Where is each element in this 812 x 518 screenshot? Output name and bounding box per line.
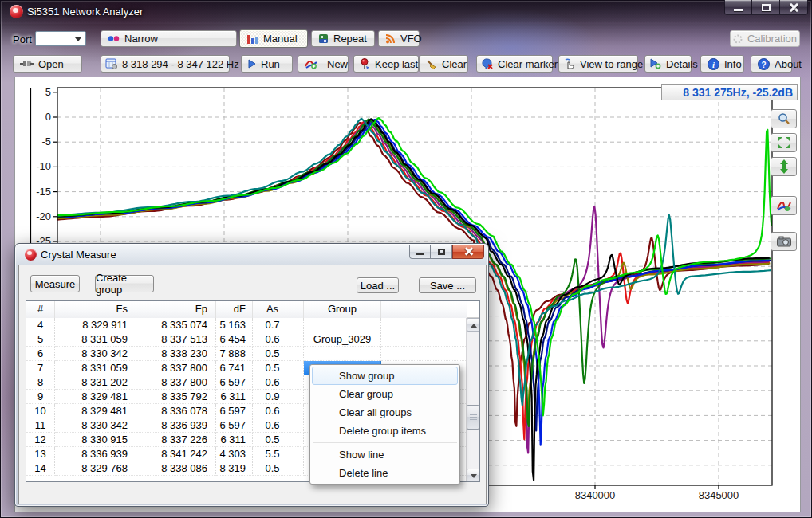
table-cell[interactable]: 4 303 bbox=[216, 447, 253, 461]
scroll-down-button[interactable] bbox=[467, 469, 480, 482]
menu-item-delete-line[interactable]: Delete line bbox=[312, 464, 458, 482]
run-button[interactable]: Run bbox=[241, 55, 293, 73]
table-cell[interactable]: 8 330 915 bbox=[55, 433, 136, 447]
table-cell[interactable]: 10 bbox=[26, 404, 55, 418]
table-cell[interactable]: 6 597 bbox=[216, 418, 253, 433]
vfo-mode-button[interactable]: VFO bbox=[378, 30, 420, 47]
table-cell[interactable]: 0.5 bbox=[253, 461, 304, 476]
table-cell[interactable]: 8 331 202 bbox=[55, 375, 136, 390]
table-row[interactable]: 58 331 0598 337 5136 4540.6Group_3029 bbox=[26, 332, 479, 347]
calibration-button[interactable]: Calibration bbox=[730, 30, 800, 47]
table-cell[interactable]: 8 330 342 bbox=[55, 347, 136, 361]
column-header-df[interactable]: dF bbox=[216, 301, 253, 318]
table-cell[interactable]: 6 454 bbox=[216, 332, 253, 347]
table-cell[interactable]: 8 329 911 bbox=[55, 318, 136, 332]
table-cell[interactable]: 0.6 bbox=[253, 404, 304, 418]
table-cell[interactable]: 6 311 bbox=[216, 390, 253, 404]
table-cell[interactable]: 6 597 bbox=[216, 375, 253, 390]
table-cell[interactable]: 7 888 bbox=[216, 347, 253, 361]
table-row[interactable]: 48 329 9118 335 0745 1630.7 bbox=[26, 318, 479, 332]
table-cell[interactable]: 6 741 bbox=[216, 361, 253, 375]
clear-button[interactable]: Clear bbox=[419, 55, 468, 73]
table-cell[interactable]: 5.5 bbox=[253, 447, 304, 461]
table-cell[interactable]: 5 163 bbox=[216, 318, 253, 332]
create-group-button[interactable]: Create group bbox=[95, 275, 154, 292]
zoom-button[interactable] bbox=[771, 109, 797, 128]
table-cell[interactable]: 8 341 242 bbox=[136, 447, 216, 461]
menu-item-delete-group-items[interactable]: Delete group items bbox=[312, 422, 458, 440]
table-cell[interactable]: 6 bbox=[26, 347, 55, 361]
clear-markers-button[interactable]: Clear markers bbox=[476, 55, 553, 73]
table-cell[interactable]: 6 597 bbox=[216, 404, 253, 418]
table-cell[interactable]: 8 338 086 bbox=[136, 461, 216, 476]
table-cell[interactable]: 8 bbox=[26, 375, 55, 390]
table-cell[interactable]: 6 311 bbox=[216, 433, 253, 447]
group-cell[interactable] bbox=[304, 318, 381, 332]
table-cell[interactable]: 8 331 059 bbox=[55, 361, 136, 375]
load-button[interactable]: Load ... bbox=[357, 277, 399, 293]
info-button[interactable]: i Info bbox=[700, 55, 744, 73]
table-cell[interactable]: 0.7 bbox=[253, 318, 304, 332]
table-cell[interactable]: 7 bbox=[26, 361, 55, 375]
group-cell[interactable] bbox=[304, 347, 381, 361]
maximize-button[interactable] bbox=[752, 0, 780, 15]
table-cell[interactable]: 0.6 bbox=[253, 418, 304, 433]
table-cell[interactable]: 11 bbox=[26, 418, 55, 433]
table-cell[interactable]: 8 331 059 bbox=[55, 332, 136, 347]
table-cell[interactable]: 9 bbox=[26, 390, 55, 404]
table-cell[interactable]: 8 336 939 bbox=[136, 418, 216, 433]
table-cell[interactable]: 12 bbox=[26, 433, 55, 447]
table-cell[interactable]: 8 319 bbox=[216, 461, 253, 476]
view-to-range-button[interactable]: View to range bbox=[558, 55, 638, 73]
table-cell[interactable]: 8 330 342 bbox=[55, 418, 136, 433]
fit-view-button[interactable] bbox=[771, 133, 797, 152]
table-cell[interactable]: 8 338 230 bbox=[136, 347, 216, 361]
table-cell[interactable]: 8 329 481 bbox=[55, 404, 136, 418]
table-cell[interactable]: 14 bbox=[26, 461, 55, 476]
table-cell[interactable]: 8 335 074 bbox=[136, 318, 216, 332]
table-cell[interactable]: 8 337 800 bbox=[136, 361, 216, 375]
close-button[interactable] bbox=[780, 0, 808, 15]
table-cell[interactable]: 0.5 bbox=[253, 347, 304, 361]
graph-button[interactable] bbox=[771, 196, 797, 215]
table-scrollbar[interactable] bbox=[466, 318, 479, 482]
manual-mode-button[interactable]: Manual bbox=[239, 29, 308, 48]
scroll-up-button[interactable] bbox=[467, 318, 480, 332]
column-header-fp[interactable]: Fp bbox=[136, 301, 216, 318]
table-cell[interactable]: 0.5 bbox=[253, 433, 304, 447]
dialog-close-button[interactable] bbox=[452, 245, 484, 259]
table-cell[interactable]: 8 329 768 bbox=[55, 461, 136, 476]
table-row[interactable]: 68 330 3428 338 2307 8880.5 bbox=[26, 347, 479, 361]
table-cell[interactable]: 4 bbox=[26, 318, 55, 332]
table-cell[interactable]: 5 bbox=[26, 332, 55, 347]
dialog-maximize-button[interactable] bbox=[431, 245, 452, 259]
details-button[interactable]: Details bbox=[644, 55, 692, 73]
menu-item-clear-all-groups[interactable]: Clear all groups bbox=[312, 403, 458, 422]
table-cell[interactable]: 0.6 bbox=[253, 332, 304, 347]
save-button[interactable]: Save ... bbox=[419, 277, 476, 293]
measure-button[interactable]: Measure bbox=[30, 275, 80, 292]
keep-last-button[interactable]: Keep last bbox=[353, 55, 419, 73]
column-header-[interactable]: # bbox=[26, 301, 55, 318]
table-cell[interactable]: 8 336 078 bbox=[136, 404, 216, 418]
table-cell[interactable]: 0.9 bbox=[253, 390, 304, 404]
table-cell[interactable]: 8 337 513 bbox=[136, 332, 216, 347]
repeat-mode-button[interactable]: Repeat bbox=[311, 30, 375, 47]
frequency-range-button[interactable]: 8 318 294 - 8 347 122 Hz bbox=[101, 55, 230, 73]
table-cell[interactable]: 8 336 939 bbox=[55, 447, 136, 461]
menu-item-show-line[interactable]: Show line bbox=[312, 445, 458, 464]
table-cell[interactable]: 8 337 800 bbox=[136, 375, 216, 390]
scrollbar-thumb[interactable] bbox=[467, 405, 479, 430]
narrow-button[interactable]: Narrow bbox=[101, 30, 237, 47]
dialog-minimize-button[interactable] bbox=[409, 245, 431, 259]
table-cell[interactable]: 13 bbox=[26, 447, 55, 461]
column-header-group[interactable]: Group bbox=[304, 301, 381, 318]
menu-item-show-group[interactable]: Show group bbox=[312, 367, 458, 385]
column-header-fs[interactable]: Fs bbox=[55, 301, 136, 318]
table-cell[interactable]: 0.5 bbox=[253, 361, 304, 375]
menu-item-clear-group[interactable]: Clear group bbox=[312, 385, 458, 403]
table-cell[interactable]: 8 329 481 bbox=[55, 390, 136, 404]
table-cell[interactable]: 8 337 226 bbox=[136, 433, 216, 447]
port-select[interactable] bbox=[35, 31, 86, 46]
column-header-as[interactable]: As bbox=[253, 301, 304, 318]
